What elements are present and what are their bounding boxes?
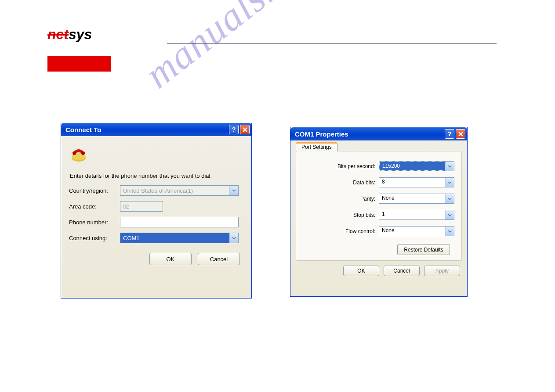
country-select: United States of America(1) [120,185,239,196]
area-label: Area code: [69,203,120,210]
flow-value: None [379,227,445,236]
com-titlebar[interactable]: COM1 Properties ? [290,127,467,140]
connect-to-dialog: Connect To ? Enter details for the phone… [61,123,252,298]
connect-titlebar[interactable]: Connect To ? [61,123,251,136]
cancel-button[interactable]: Cancel [384,266,420,276]
chevron-down-icon[interactable] [445,194,454,203]
help-icon[interactable]: ? [229,125,239,134]
close-icon[interactable] [240,125,250,134]
svg-point-2 [73,151,76,155]
logo: netsys [47,26,92,43]
apply-button: Apply [424,266,460,276]
logo-sys: sys [69,26,92,42]
chevron-down-icon[interactable] [445,227,454,236]
phone-number-input[interactable] [120,217,239,227]
cancel-button[interactable]: Cancel [198,253,240,265]
stopbits-value: 1 [379,210,445,219]
connect-using-label: Connect using: [69,235,120,241]
close-icon[interactable] [456,129,465,139]
port-settings-group: Bits per second: 115200 Data bits: 8 Par… [296,151,462,261]
help-icon[interactable]: ? [445,129,454,139]
databits-value: 8 [379,178,445,187]
stopbits-select[interactable]: 1 [379,210,454,220]
flow-select[interactable]: None [379,226,454,236]
databits-label: Data bits: [353,180,375,186]
phone-icon [71,146,243,165]
connect-title: Connect To [65,126,228,133]
databits-select[interactable]: 8 [379,177,454,187]
instruction-text: Enter details for the phone number that … [70,173,243,179]
chevron-down-icon[interactable] [229,233,238,243]
red-accent-block [47,56,111,72]
parity-label: Parity: [360,196,375,202]
bps-select[interactable]: 115200 [379,161,454,171]
svg-point-3 [81,151,85,155]
logo-net: net [47,26,69,42]
chevron-down-icon[interactable] [445,162,454,171]
chevron-down-icon[interactable] [445,178,454,187]
com-title: COM1 Properties [295,130,443,138]
connect-using-value: COM1 [120,234,229,242]
connect-using-select[interactable]: COM1 [120,233,239,243]
bps-label: Bits per second: [337,163,375,169]
tab-port-settings[interactable]: Port Settings [296,142,337,151]
ok-button[interactable]: OK [149,253,192,265]
parity-value: None [379,194,445,203]
stopbits-label: Stop bits: [353,212,375,218]
country-label: Country/region: [69,187,120,194]
watermark-text: manualshive.com [136,0,392,97]
flow-label: Flow control: [345,228,375,234]
chevron-down-icon[interactable] [445,210,454,219]
country-value: United States of America(1) [120,187,229,195]
phone-label: Phone number: [69,219,120,226]
header-divider [167,43,497,43]
chevron-down-icon [229,186,238,195]
com1-properties-dialog: COM1 Properties ? Port Settings Bits per… [290,127,468,297]
parity-select[interactable]: None [379,194,454,204]
bps-value: 115200 [379,162,445,171]
area-code-input [120,201,163,212]
restore-defaults-button[interactable]: Restore Defaults [397,244,450,255]
ok-button[interactable]: OK [343,266,379,276]
